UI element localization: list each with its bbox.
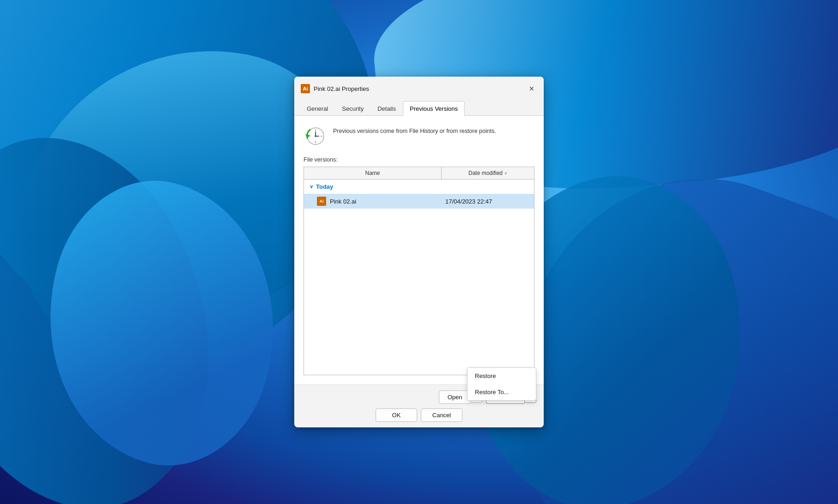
file-date: 17/04/2023 22:47 [445,198,528,205]
dialog-overlay: Ai Pink 02.ai Properties ✕ General Secur… [0,0,838,504]
open-button[interactable]: Open [439,390,471,404]
group-header-today[interactable]: ∨ Today [304,180,534,194]
sort-indicator: ∨ [504,171,507,175]
tab-bar: General Security Details Previous Versio… [294,101,544,116]
close-button[interactable]: ✕ [525,82,538,95]
titlebar-left: Ai Pink 02.ai Properties [301,84,369,93]
info-text: Previous versions come from File History… [333,125,496,136]
table-row[interactable]: Ai Pink 02.ai 17/04/2023 22:47 [304,194,534,209]
tab-general[interactable]: General [300,101,335,116]
titlebar: Ai Pink 02.ai Properties ✕ [294,77,544,101]
footer-ok-cancel: OK Cancel [302,408,536,422]
info-section: Previous versions come from File History… [304,125,534,147]
col-name-header: Name [304,167,442,179]
restore-dropdown-menu: Restore Restore To... [467,367,536,401]
file-name: Pink 02.ai [330,198,445,205]
table-header: Name Date modified ∨ [304,167,534,180]
group-chevron-icon: ∨ [310,184,313,190]
table-body: ∨ Today Ai Pink 02.ai 17/04/2023 22:47 [304,180,534,375]
file-icon: Ai [317,197,326,206]
tab-details[interactable]: Details [370,101,403,116]
app-icon: Ai [301,84,310,93]
cancel-button[interactable]: Cancel [421,408,462,422]
tab-content: Previous versions come from File History… [294,116,544,384]
versions-table: Name Date modified ∨ ∨ Today A [304,167,534,375]
ok-button[interactable]: OK [376,408,417,422]
properties-dialog: Ai Pink 02.ai Properties ✕ General Secur… [294,77,544,427]
col-date-header: Date modified ∨ [442,167,534,179]
dropdown-item-restore-to[interactable]: Restore To... [468,384,536,400]
dialog-title: Pink 02.ai Properties [314,85,369,92]
svg-point-7 [315,135,316,137]
tab-security[interactable]: Security [335,101,370,116]
file-versions-label: File versions: [304,156,534,163]
file-history-icon [304,125,326,147]
tab-previous-versions[interactable]: Previous Versions [403,101,465,116]
dropdown-item-restore[interactable]: Restore [468,368,536,384]
group-label: Today [316,183,333,190]
